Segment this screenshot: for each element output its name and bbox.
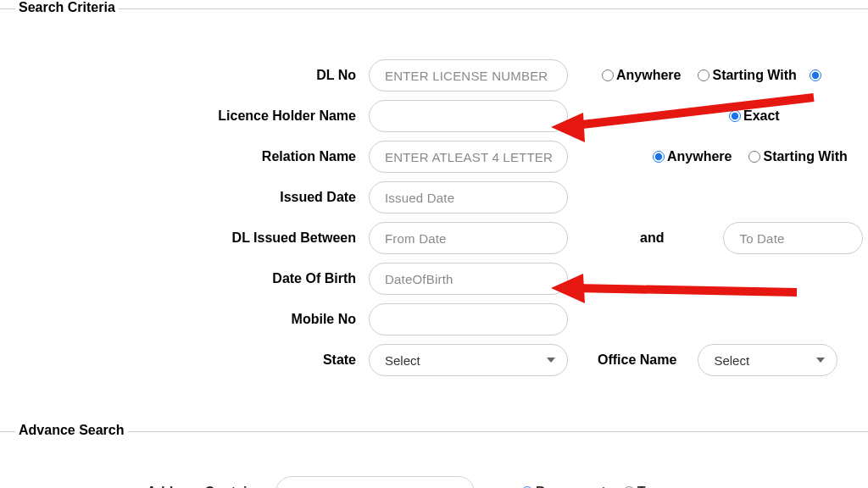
search-criteria-legend: Search Criteria [15, 0, 119, 14]
advance-search-legend: Advance Search [15, 423, 128, 437]
label-holder-name: Licence Holder Name [0, 108, 369, 124]
radio-dlno-edge[interactable] [810, 69, 821, 81]
label-state: State [0, 352, 369, 368]
office-select[interactable]: Select [698, 344, 837, 376]
label-mobile: Mobile No [0, 312, 369, 327]
label-dob: Date Of Birth [0, 271, 369, 286]
label-relation-name: Relation Name [0, 149, 369, 164]
label-dl-no: DL No [0, 68, 369, 83]
from-date-input[interactable] [369, 222, 568, 254]
label-dl-between: DL Issued Between [0, 230, 369, 246]
dl-no-input[interactable] [369, 59, 568, 92]
radio-relation-anywhere[interactable]: Anywhere [653, 149, 732, 164]
radio-dlno-anywhere[interactable]: Anywhere [602, 68, 681, 83]
dob-input[interactable] [369, 263, 568, 295]
mobile-input[interactable] [369, 303, 568, 336]
radio-address-permanent[interactable]: Permanent [521, 485, 606, 488]
radio-holder-exact[interactable]: Exact [729, 108, 780, 124]
holder-name-input[interactable] [369, 100, 568, 132]
row-holder-name: Licence Holder Name Exact [0, 96, 868, 136]
search-criteria-section: Search Criteria DL No Anywhere Starting … [0, 0, 868, 380]
issued-date-input[interactable] [369, 181, 568, 214]
row-issued-date: Issued Date [0, 177, 868, 218]
section-border-2 [0, 431, 868, 432]
to-date-input[interactable] [723, 222, 863, 254]
row-relation-name: Relation Name Anywhere Starting With [0, 136, 868, 177]
section-border [0, 8, 868, 9]
legend-wrap-2: Advance Search [15, 423, 128, 438]
address-input[interactable] [275, 476, 475, 488]
legend-wrap: Search Criteria [15, 0, 119, 15]
label-office-name: Office Name [568, 352, 698, 368]
and-text: and [568, 230, 702, 246]
radio-relation-starting[interactable]: Starting With [748, 149, 847, 164]
row-dob: Date Of Birth [0, 258, 868, 299]
radio-address-temporary[interactable]: Temporary [623, 485, 707, 488]
state-select[interactable]: Select [369, 344, 568, 376]
label-address-contains: Address Contains [0, 485, 275, 488]
row-dl-between: DL Issued Between and [0, 218, 868, 258]
advance-content: Address Contains Permanent Temporary [0, 440, 868, 488]
row-address-contains: Address Contains Permanent Temporary [0, 472, 868, 488]
advance-search-section: Advance Search Address Contains Permanen… [0, 423, 868, 488]
row-mobile: Mobile No [0, 299, 868, 340]
form-content: DL No Anywhere Starting With Licence Hol… [0, 17, 868, 380]
relation-name-input[interactable] [369, 141, 568, 173]
row-dl-no: DL No Anywhere Starting With [0, 55, 868, 96]
row-state: State Select Office Name Select [0, 340, 868, 380]
radio-dlno-starting[interactable]: Starting With [698, 68, 796, 83]
label-issued-date: Issued Date [0, 190, 369, 205]
